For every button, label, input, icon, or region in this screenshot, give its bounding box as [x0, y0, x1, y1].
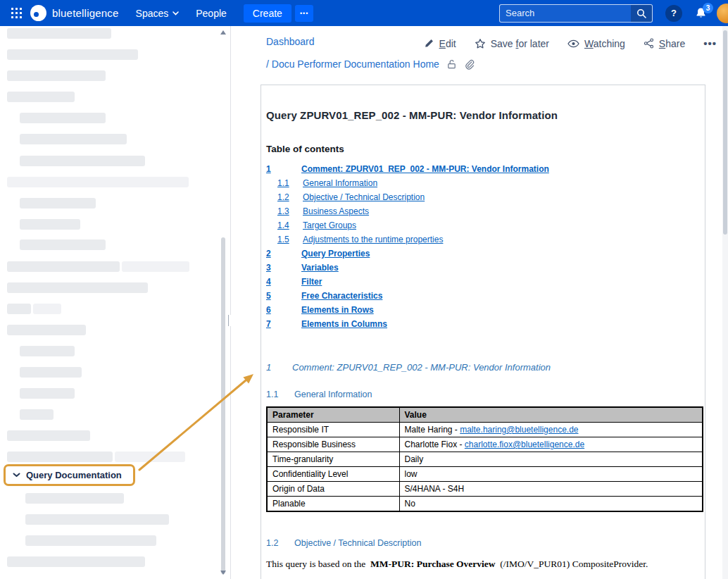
sidebar-skeleton-item: [7, 261, 120, 272]
search-box[interactable]: [499, 4, 653, 23]
sidebar-skeleton-item: [20, 156, 145, 166]
brand-home-link[interactable]: bluetelligence: [30, 5, 119, 21]
toc-row: 6 Elements in Rows: [266, 303, 703, 317]
toc-entry[interactable]: Elements in Columns: [301, 317, 387, 331]
breadcrumb-dashboard[interactable]: Dashboard: [266, 36, 315, 47]
toc-entry-number[interactable]: 2: [266, 247, 301, 261]
sidebar-skeleton-item: [7, 70, 106, 81]
sidebar-skeleton-item: [33, 304, 61, 314]
table-row: Responsible Business Charlotte Fiox - ch…: [267, 437, 703, 452]
toc-entry[interactable]: Free Characteristics: [301, 289, 382, 303]
more-actions-button[interactable]: •••: [703, 37, 717, 49]
toc-entry-number[interactable]: 4: [266, 275, 301, 289]
search-icon[interactable]: [631, 5, 652, 22]
sidebar-scrollbar-thumb[interactable]: [221, 237, 225, 574]
email-link[interactable]: malte.haring@bluetelligence.de: [460, 425, 578, 435]
value-cell: low: [399, 467, 703, 482]
sidebar-skeleton-item: [115, 452, 185, 462]
page-scrollbar[interactable]: [722, 26, 728, 579]
watching-button[interactable]: Watching: [567, 38, 625, 49]
scroll-down-arrow-icon[interactable]: [220, 571, 226, 575]
grid-icon: [11, 8, 22, 18]
section-heading-1-1: 1.1 General Information: [266, 389, 703, 400]
nav-people[interactable]: People: [196, 8, 227, 19]
toc-entry[interactable]: Comment: ZPURV01_REP_002 - MM-PUR: Vendo…: [301, 162, 549, 176]
nav-spaces-label: Spaces: [136, 8, 169, 19]
toc-entry[interactable]: Target Groups: [303, 218, 356, 232]
sidebar-skeleton-item: [25, 493, 124, 504]
help-button[interactable]: ?: [665, 5, 682, 22]
toc-entry[interactable]: Adjustments to the runtime properties: [303, 232, 443, 247]
search-input[interactable]: [500, 8, 631, 18]
sidebar-item-label: Query Documentation: [26, 470, 122, 480]
general-information-table: Parameter Value Responsible IT Malte Har…: [266, 406, 703, 512]
toc-entry[interactable]: Query Properties: [301, 247, 370, 261]
sidebar-skeleton-item: [20, 346, 75, 356]
edit-button[interactable]: Edit: [424, 38, 456, 49]
sidebar-item-query-documentation[interactable]: Query Documentation: [4, 464, 135, 486]
create-button[interactable]: Create: [244, 4, 291, 23]
notifications-button[interactable]: 3: [695, 7, 707, 19]
sidebar-skeleton-item: [7, 92, 75, 102]
chevron-down-icon: [13, 473, 20, 478]
email-link[interactable]: charlotte.fiox@bluetelligence.de: [465, 440, 584, 449]
toc-entry[interactable]: Business Aspects: [303, 204, 369, 218]
document-title: Query ZPURV01_REP_002 - MM-PUR: Vendor I…: [266, 109, 703, 121]
toc-entry-number[interactable]: 3: [266, 261, 301, 275]
toc-entry-number[interactable]: 7: [266, 317, 301, 331]
scroll-up-arrow-icon[interactable]: [220, 30, 226, 35]
share-button[interactable]: Share: [644, 38, 685, 49]
toc-entry[interactable]: Filter: [301, 275, 322, 289]
sidebar-skeleton-item: [20, 134, 127, 144]
save-for-later-button[interactable]: Save for later: [475, 38, 549, 49]
toc-entry-number[interactable]: 1: [266, 162, 301, 176]
toc-entry[interactable]: Variables: [301, 261, 339, 275]
parameter-cell: Time-granularity: [267, 452, 399, 467]
sidebar-skeleton-item: [7, 304, 31, 314]
parameter-cell: Responsible Business: [267, 437, 399, 452]
sidebar-skeleton-item: [20, 113, 106, 123]
main-content: Dashboard / Docu Performer Documentation…: [231, 26, 728, 579]
toc-row: 1.2 Objective / Technical Description: [266, 190, 703, 204]
column-header-value: Value: [399, 407, 703, 423]
toc-entry-number[interactable]: 6: [266, 303, 301, 317]
app-switcher-button[interactable]: [7, 4, 26, 23]
parameter-cell: Responsible IT: [267, 423, 399, 437]
value-cell: Malte Haring - malte.haring@bluetelligen…: [399, 423, 703, 437]
toc-entry-number[interactable]: 1.1: [277, 176, 303, 190]
sidebar-skeleton-item: [25, 535, 156, 546]
notification-badge: 3: [703, 3, 713, 13]
toc-entry-number[interactable]: 5: [266, 289, 301, 303]
sidebar-skeleton-item: [7, 556, 145, 567]
toc-entry-number[interactable]: 1.3: [277, 204, 303, 218]
unlock-icon[interactable]: [446, 59, 457, 70]
sidebar-skeleton-item: [7, 430, 90, 441]
body-paragraph: This query is based on the MM-PUR: Purch…: [266, 558, 703, 570]
avatar[interactable]: [717, 4, 728, 23]
toc-entry[interactable]: General Information: [303, 176, 377, 190]
toc-entry-number[interactable]: 1.5: [277, 232, 303, 247]
page-scrollbar-thumb[interactable]: [723, 30, 727, 235]
chevron-down-icon: [172, 11, 179, 15]
sidebar-skeleton-item: [7, 452, 113, 462]
toc-entry[interactable]: Objective / Technical Description: [303, 190, 425, 204]
table-row: Origin of Data S/4HANA - S4H: [267, 482, 703, 497]
sidebar-scrollbar[interactable]: [220, 26, 227, 579]
document-preview: Query ZPURV01_REP_002 - MM-PUR: Vendor I…: [261, 85, 705, 579]
sidebar-skeleton-item: [25, 514, 169, 525]
eye-icon: [567, 39, 579, 48]
share-icon: [644, 38, 654, 49]
breadcrumb-current-page[interactable]: / Docu Performer Documentation Home: [266, 58, 439, 70]
toc-entry[interactable]: Elements in Rows: [301, 303, 374, 317]
toc-entry-number[interactable]: 1.2: [277, 190, 303, 204]
sidebar-skeleton-item: [7, 49, 138, 60]
attachment-paperclip-icon[interactable]: [464, 59, 475, 70]
sidebar-skeleton-item: [7, 282, 148, 293]
star-icon: [475, 38, 486, 49]
sidebar-skeleton-list: [0, 26, 230, 579]
toc-row: 5 Free Characteristics: [266, 289, 703, 303]
create-more-button[interactable]: •••: [295, 5, 313, 22]
nav-spaces[interactable]: Spaces: [136, 8, 180, 19]
sidebar-skeleton-item: [7, 28, 111, 39]
toc-entry-number[interactable]: 1.4: [277, 218, 303, 232]
